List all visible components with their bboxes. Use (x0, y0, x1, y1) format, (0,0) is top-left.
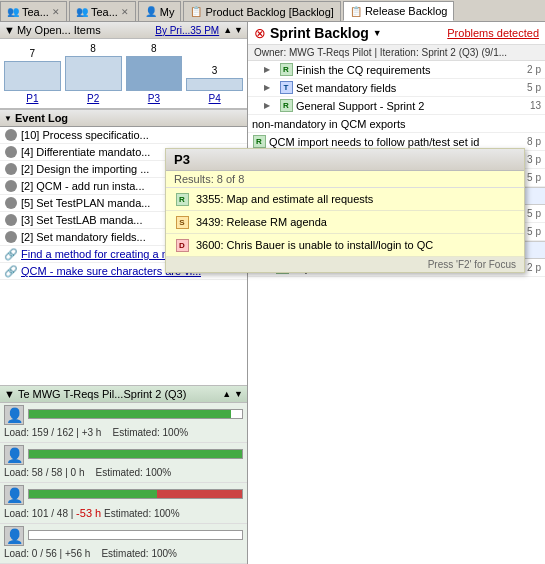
item-text: General Support - Sprint 2 (296, 100, 523, 112)
bar-p2-label[interactable]: P2 (87, 93, 99, 104)
progress-bar-3 (28, 489, 243, 499)
person-icon-7 (4, 230, 18, 244)
tooltip-item-text-3: 3600: Chris Bauer is unable to install/l… (196, 239, 516, 251)
tab-product-label: Product Backlog [Backlog] (205, 6, 333, 18)
item-num: 5 p (523, 82, 541, 93)
req-icon: R (279, 63, 293, 77)
person-icon-1 (4, 128, 18, 142)
item-num: 5 p (523, 172, 541, 183)
my-icon: 👤 (145, 6, 157, 17)
task-icon: T (279, 81, 293, 95)
tooltip-footer: Press 'F2' for Focus (166, 257, 524, 272)
item-num: 5 p (523, 226, 541, 237)
bar-p4-num: 3 (212, 65, 218, 76)
person-icon-6 (4, 213, 18, 227)
backlog-item[interactable]: ▶ T Set mandatory fields 5 p (248, 79, 545, 97)
left-panel: ▼ My Open... Items By Pri...35 PM ▲ ▼ 7 … (0, 22, 248, 564)
person-icon-2 (4, 145, 18, 159)
avatar-3: 👤 (4, 485, 24, 505)
team-scroll-down[interactable]: ▼ (234, 389, 243, 399)
backlog-icon: 📋 (190, 6, 202, 17)
tab-release-backlog[interactable]: 📋 Release Backlog (343, 1, 455, 21)
load-text-1: Load: 159 / 162 | +3 h Estimated: 100% (4, 427, 243, 438)
expand-icon[interactable]: ▶ (264, 65, 276, 74)
load-text-4: Load: 0 / 56 | +56 h Estimated: 100% (4, 548, 243, 559)
bar-p3: 8 P3 (126, 43, 183, 104)
backlog-item[interactable]: ▶ R General Support - Sprint 2 13 (248, 97, 545, 115)
event-log-label: Event Log (15, 112, 68, 124)
tooltip-item-2[interactable]: S 3439: Release RM agenda (166, 211, 524, 234)
tab-team2[interactable]: 👥 Tea... ✕ (69, 1, 136, 21)
event-text-4: [2] QCM - add run insta... (21, 179, 145, 193)
sprint-title: Sprint Backlog (270, 25, 369, 41)
load-text-2: Load: 58 / 58 | 0 h Estimated: 100% (4, 467, 243, 478)
tab-team1-close[interactable]: ✕ (52, 7, 60, 17)
collapse-triangle[interactable]: ▼ (4, 24, 15, 36)
error-icon: ⊗ (254, 25, 266, 41)
tab-product-backlog[interactable]: 📋 Product Backlog [Backlog] (183, 1, 340, 21)
team-triangle[interactable]: ▼ (4, 388, 15, 400)
item-num: 3 p (523, 154, 541, 165)
bar-p1-label[interactable]: P1 (26, 93, 38, 104)
member-info-3: 👤 (4, 485, 243, 505)
tab-release-label: Release Backlog (365, 5, 448, 17)
bar-p1-num: 7 (30, 48, 36, 59)
team-icon: 👥 (7, 6, 19, 17)
bar-p4: 3 P4 (186, 65, 243, 104)
expand-icon[interactable]: ▶ (264, 101, 276, 110)
progress-bar-4 (28, 530, 243, 540)
team-label: Te MWG T-Reqs Pil...Sprint 2 (Q3) (18, 388, 187, 400)
bar-p2-bar (65, 56, 122, 91)
bar-p1-bar (4, 61, 61, 91)
load-text-3: Load: 101 / 48 | -53 h Estimated: 100% (4, 507, 243, 519)
team-scroll-up[interactable]: ▲ (222, 389, 231, 399)
backlog-item[interactable]: ▶ R Finish the CQ requirements 2 p (248, 61, 545, 79)
member-info-1: 👤 (4, 405, 243, 425)
event-text-5: [5] Set TestPLAN manda... (21, 196, 150, 210)
bar-p4-bar (186, 78, 243, 91)
member-info-2: 👤 (4, 445, 243, 465)
member-row-2: 👤 Load: 58 / 58 | 0 h Estimated: 100% (0, 443, 247, 483)
scroll-up-btn[interactable]: ▲ (223, 25, 232, 35)
member-row-4: 👤 Load: 0 / 56 | +56 h Estimated: 100% (0, 524, 247, 564)
team2-icon: 👥 (76, 6, 88, 17)
scroll-down-btn[interactable]: ▼ (234, 25, 243, 35)
bar-p2-num: 8 (90, 43, 96, 54)
my-open-header: ▼ My Open... Items By Pri...35 PM ▲ ▼ (0, 22, 247, 39)
tab-team2-close[interactable]: ✕ (121, 7, 129, 17)
team-header: ▼ Te MWG T-Reqs Pil...Sprint 2 (Q3) ▲ ▼ (0, 386, 247, 403)
person-icon-4 (4, 179, 18, 193)
tooltip-story-icon: S (174, 214, 190, 230)
item-num: 5 p (523, 208, 541, 219)
team-section: ▼ Te MWG T-Reqs Pil...Sprint 2 (Q3) ▲ ▼ … (0, 385, 247, 564)
item-num: 2 p (523, 262, 541, 273)
problems-link[interactable]: Problems detected (447, 27, 539, 39)
bar-p4-label[interactable]: P4 (209, 93, 221, 104)
right-panel: ⊗ Sprint Backlog ▼ Problems detected Own… (248, 22, 545, 564)
tab-team1[interactable]: 👥 Tea... ✕ (0, 1, 67, 21)
tooltip-item-1[interactable]: R 3355: Map and estimate all requests (166, 188, 524, 211)
avatar-2: 👤 (4, 445, 24, 465)
tooltip-title: P3 (166, 149, 524, 171)
bar-p3-label[interactable]: P3 (148, 93, 160, 104)
my-open-label: My Open... Items (17, 24, 101, 36)
my-open-items-section: ▼ My Open... Items By Pri...35 PM ▲ ▼ 7 … (0, 22, 247, 110)
item-text: Set mandatory fields (296, 82, 520, 94)
member-row-3: 👤 Load: 101 / 48 | -53 h Estimated: 100% (0, 483, 247, 524)
tab-my[interactable]: 👤 My (138, 1, 182, 21)
event-text-1: [10] Process specificatio... (21, 128, 149, 142)
sprint-header: ⊗ Sprint Backlog ▼ Problems detected (248, 22, 545, 45)
tooltip-subtitle: Results: 8 of 8 (166, 171, 524, 188)
tooltip-item-text-2: 3439: Release RM agenda (196, 216, 516, 228)
tooltip-item-3[interactable]: D 3600: Chris Bauer is unable to install… (166, 234, 524, 257)
sprint-dropdown[interactable]: ▼ (373, 28, 382, 38)
item-text: Finish the CQ requirements (296, 64, 520, 76)
progress-bar-1 (28, 409, 243, 419)
release-icon: 📋 (350, 6, 362, 17)
event-log-triangle[interactable]: ▼ (4, 114, 12, 123)
req-icon: R (279, 99, 293, 113)
backlog-item[interactable]: non-mandatory in QCM exports (248, 115, 545, 133)
owner-row: Owner: MWG T-Reqs Pilot | Iteration: Spr… (248, 45, 545, 61)
expand-icon[interactable]: ▶ (264, 83, 276, 92)
by-priority-link[interactable]: By Pri...35 PM (155, 25, 219, 36)
